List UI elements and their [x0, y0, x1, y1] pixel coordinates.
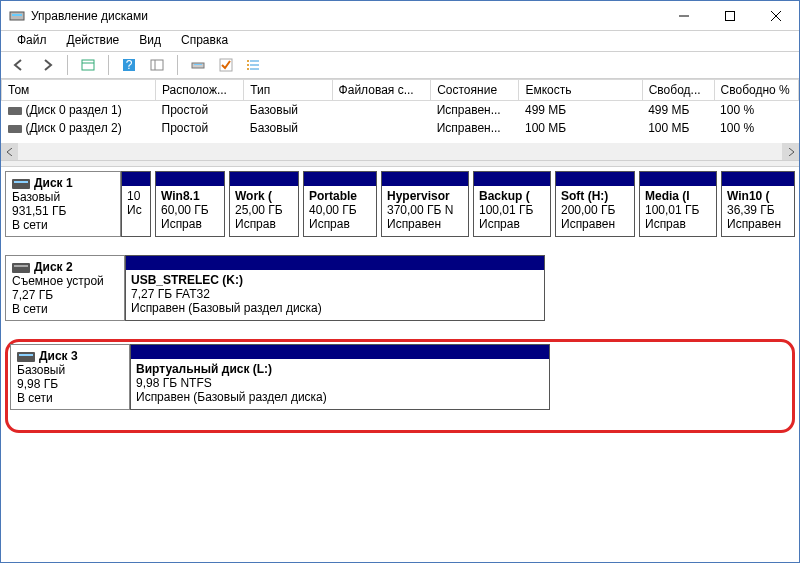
disk-info[interactable]: Диск 2Съемное устрой7,27 ГБВ сети — [5, 255, 125, 321]
col-volume[interactable]: Том — [2, 80, 156, 101]
disk-status: В сети — [12, 302, 118, 316]
partition-status: Исправ — [161, 217, 219, 231]
partition-status: Исправен (Базовый раздел диска) — [131, 301, 539, 315]
disk-size: 931,51 ГБ — [12, 204, 114, 218]
partition-size: 100,01 ГБ — [645, 203, 711, 217]
disk-status: В сети — [12, 218, 114, 232]
partition[interactable]: Win10 (36,39 ГБИсправен — [721, 171, 795, 237]
partition[interactable]: Soft (H:)200,00 ГБИсправен — [555, 171, 635, 237]
close-button[interactable] — [753, 1, 799, 31]
volume-name: (Диск 0 раздел 2) — [2, 119, 156, 137]
partition-size: 10 — [127, 189, 145, 203]
list-button[interactable] — [242, 54, 266, 76]
back-button[interactable] — [7, 54, 31, 76]
volume-table-header[interactable]: Том Располож... Тип Файловая с... Состоя… — [2, 80, 799, 101]
menu-view[interactable]: Вид — [129, 31, 171, 51]
disk-partition-map: USB_STRELEC (K:)7,27 ГБ FAT32Исправен (Б… — [125, 255, 795, 321]
partition[interactable]: Work (25,00 ГБИсправ — [229, 171, 299, 237]
partition-color-bar — [382, 172, 468, 186]
volume-list[interactable]: Том Располож... Тип Файловая с... Состоя… — [1, 79, 799, 161]
partition-color-bar — [122, 172, 150, 186]
volume-freepct: 100 % — [714, 119, 798, 137]
partition[interactable]: Win8.160,00 ГБИсправ — [155, 171, 225, 237]
partition[interactable]: Portable40,00 ГБИсправ — [303, 171, 377, 237]
volume-row[interactable]: (Диск 0 раздел 2)ПростойБазовыйИсправен.… — [2, 119, 799, 137]
partition[interactable]: Media (I100,01 ГБИсправ — [639, 171, 717, 237]
disk-graphical-pane[interactable]: Диск 1Базовый931,51 ГБВ сети10ИсWin8.160… — [1, 167, 799, 537]
disk-info[interactable]: Диск 1Базовый931,51 ГБВ сети — [5, 171, 121, 237]
disk-status: В сети — [17, 391, 123, 405]
menu-action[interactable]: Действие — [57, 31, 130, 51]
volume-freepct: 100 % — [714, 101, 798, 120]
minimize-button[interactable] — [661, 1, 707, 31]
partition-size: 40,00 ГБ — [309, 203, 371, 217]
col-free[interactable]: Свобод... — [642, 80, 714, 101]
scroll-right-button[interactable] — [782, 143, 799, 160]
partition-status: Исправ — [235, 217, 293, 231]
scroll-track[interactable] — [18, 143, 782, 160]
partition[interactable]: Hypervisor370,00 ГБ NИсправен — [381, 171, 469, 237]
disk-info[interactable]: Диск 3Базовый9,98 ГБВ сети — [10, 344, 130, 410]
partition[interactable]: 10Ис — [121, 171, 151, 237]
partition-name: Win8.1 — [161, 189, 219, 203]
maximize-button[interactable] — [707, 1, 753, 31]
partition-color-bar — [556, 172, 634, 186]
partition-name: Win10 ( — [727, 189, 789, 203]
toolbar-separator — [177, 55, 178, 75]
partition-status: Исправен — [727, 217, 789, 231]
col-freepct[interactable]: Свободно % — [714, 80, 798, 101]
volume-layout: Простой — [156, 101, 244, 120]
forward-button[interactable] — [35, 54, 59, 76]
toolbar-separator — [67, 55, 68, 75]
partition-name: USB_STRELEC (K:) — [131, 273, 539, 287]
partition-size: 25,00 ГБ — [235, 203, 293, 217]
partition-size: 36,39 ГБ — [727, 203, 789, 217]
col-layout[interactable]: Располож... — [156, 80, 244, 101]
partition-status: Исправ — [645, 217, 711, 231]
col-fs[interactable]: Файловая с... — [332, 80, 431, 101]
volume-icon — [8, 107, 22, 115]
partition-color-bar — [722, 172, 794, 186]
disk-partition-map: Виртуальный диск (L:)9,98 ГБ NTFSИсправе… — [130, 344, 790, 410]
disk-row[interactable]: Диск 1Базовый931,51 ГБВ сети10ИсWin8.160… — [5, 171, 795, 237]
disk-name: Диск 3 — [39, 349, 78, 363]
help-button[interactable]: ? — [117, 54, 141, 76]
volume-row[interactable]: (Диск 0 раздел 1)ПростойБазовыйИсправен.… — [2, 101, 799, 120]
show-hide-console-button[interactable] — [76, 54, 100, 76]
partition-color-bar — [156, 172, 224, 186]
titlebar: Управление дисками — [1, 1, 799, 31]
disk-row[interactable]: Диск 2Съемное устрой7,27 ГБВ сетиUSB_STR… — [5, 255, 795, 321]
highlight-annotation: Диск 3Базовый9,98 ГБВ сетиВиртуальный ди… — [5, 339, 795, 433]
partition-color-bar — [131, 345, 549, 359]
col-capacity[interactable]: Емкость — [519, 80, 642, 101]
settings-button[interactable] — [145, 54, 169, 76]
partition-size: 60,00 ГБ — [161, 203, 219, 217]
svg-rect-6 — [82, 60, 94, 70]
partition[interactable]: USB_STRELEC (K:)7,27 ГБ FAT32Исправен (Б… — [125, 255, 545, 321]
menu-help[interactable]: Справка — [171, 31, 238, 51]
disk-icon — [12, 179, 30, 189]
col-type[interactable]: Тип — [244, 80, 332, 101]
col-status[interactable]: Состояние — [431, 80, 519, 101]
menu-file[interactable]: Файл — [7, 31, 57, 51]
partition-color-bar — [230, 172, 298, 186]
svg-rect-12 — [192, 63, 204, 68]
volume-free: 499 МБ — [642, 101, 714, 120]
partition-color-bar — [126, 256, 544, 270]
partition[interactable]: Backup (100,01 ГБИсправ — [473, 171, 551, 237]
partition-name: Portable — [309, 189, 371, 203]
partition-status: Ис — [127, 203, 145, 217]
horizontal-scrollbar[interactable] — [1, 143, 799, 160]
check-button[interactable] — [214, 54, 238, 76]
partition[interactable]: Виртуальный диск (L:)9,98 ГБ NTFSИсправе… — [130, 344, 550, 410]
partition-name: Work ( — [235, 189, 293, 203]
partition-name: Soft (H:) — [561, 189, 629, 203]
volume-icon — [8, 125, 22, 133]
svg-rect-13 — [194, 64, 202, 65]
scroll-left-button[interactable] — [1, 143, 18, 160]
partition-status: Исправен — [387, 217, 463, 231]
partition-size: 100,01 ГБ — [479, 203, 545, 217]
disk-row[interactable]: Диск 3Базовый9,98 ГБВ сетиВиртуальный ди… — [10, 344, 790, 410]
drive-button[interactable] — [186, 54, 210, 76]
svg-rect-1 — [12, 14, 22, 16]
